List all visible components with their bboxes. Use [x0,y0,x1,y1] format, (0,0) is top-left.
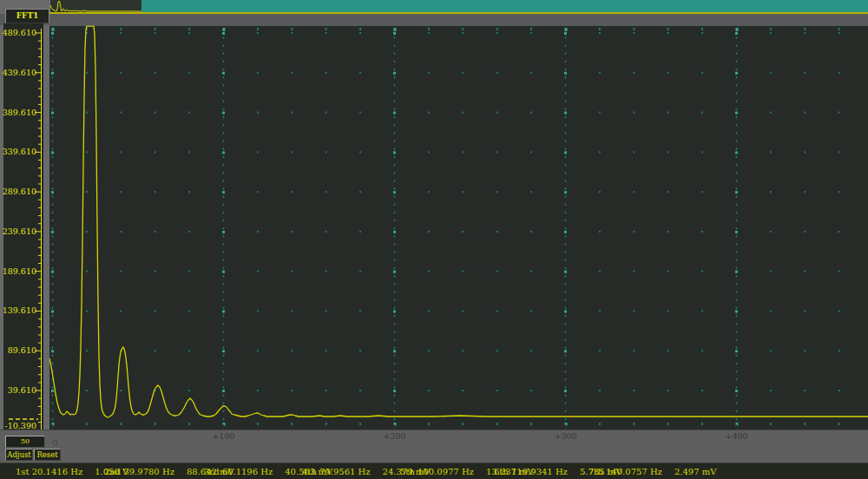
reset-button[interactable]: Reset [34,449,61,461]
adjust-button[interactable]: Adjust [5,449,33,461]
harmonic-frequency: 1st 20.1416 Hz [16,467,82,476]
vertical-scale-indicator[interactable]: 50 mV/Grid [5,436,45,448]
x-axis-tick-label: +200 [383,431,405,441]
spectrum-overview-thumbnail[interactable] [49,0,142,13]
x-axis-origin-label: 0 [52,438,57,448]
zoom-region-scrollbar[interactable] [141,0,868,13]
harmonic-frequency: 6th 119.9341 Hz [494,467,568,476]
x-axis-tick-label: +300 [554,431,576,441]
channel-tab-fft1[interactable]: FFT1 [5,9,49,23]
spectrum-plot-area[interactable] [49,25,868,430]
harmonic-frequency: 3rd 60.1196 Hz [204,467,273,476]
harmonic-measurement: 7th 140.0757 Hz2.497 mV [589,467,716,476]
harmonic-frequency: 7th 140.0757 Hz [589,467,662,476]
x-axis-tick-label: +100 [212,431,234,441]
harmonic-amplitude: 2.497 mV [674,467,717,476]
harmonic-frequency: 4th 79.9561 Hz [302,467,371,476]
harmonic-frequency: 5th 100.0977 Hz [400,467,474,476]
x-axis-tick-label: +400 [725,431,747,441]
header-strip [0,14,868,25]
harmonic-frequency: 2nd 39.9780 Hz [104,467,174,476]
overview-trace [49,0,141,13]
